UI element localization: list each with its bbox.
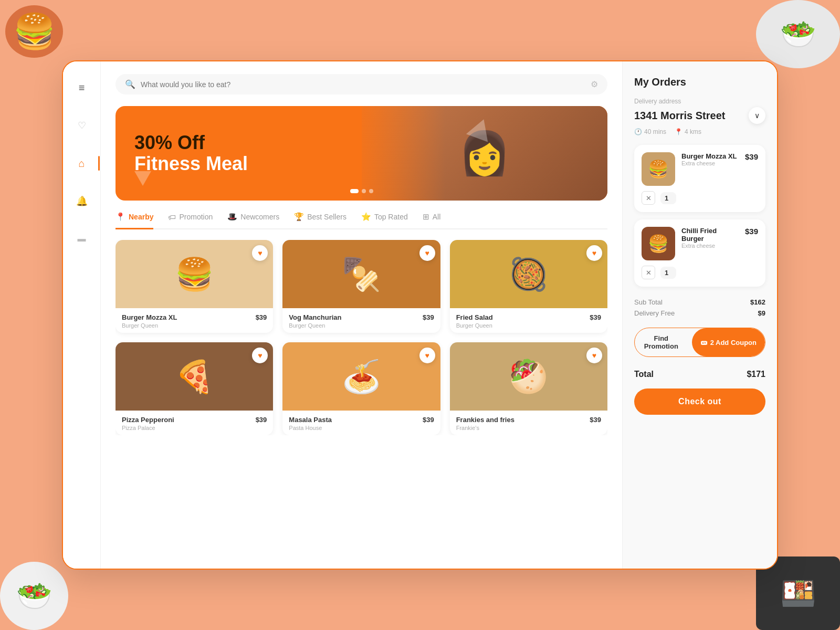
- order-item-info-2: Chilli Fried Burger Extra cheese: [681, 227, 739, 249]
- promotion-icon: 🏷: [168, 213, 176, 222]
- food-card-5[interactable]: 🍝 ♥ Masala Pasta $39 Pasta House: [282, 342, 440, 435]
- food-photo-2: 🍢: [282, 240, 440, 308]
- order-totals: Sub Total $162 Delivery Free $9: [634, 298, 765, 320]
- banner-dot-3[interactable]: [369, 189, 373, 193]
- banner-dots: [350, 189, 373, 193]
- food-photo-3: 🥘: [450, 240, 607, 308]
- order-item-price-1: $39: [745, 152, 758, 161]
- sidebar-item-menu[interactable]: ≡: [70, 76, 93, 99]
- promo-row: Find Promotion 🎟 2 Add Coupon: [634, 328, 765, 357]
- delivery-distance: 📍 4 kms: [675, 128, 701, 135]
- tab-newcomers[interactable]: 🎩 Newcomers: [227, 212, 279, 229]
- nearby-icon: 📍: [116, 212, 125, 222]
- subtotal-row: Sub Total $162: [634, 298, 765, 306]
- find-promotion-button[interactable]: Find Promotion: [635, 328, 688, 356]
- order-item-info-1: Burger Mozza XL Extra cheese: [681, 152, 739, 166]
- delivery-address: 1341 Morris Street ∨: [634, 107, 765, 124]
- order-item-price-2: $39: [745, 227, 758, 236]
- favorite-btn-6[interactable]: ♥: [586, 348, 602, 363]
- orders-panel: My Orders Delivery address 1341 Morris S…: [622, 61, 777, 569]
- qty-selector-2[interactable]: 1 2 3: [660, 267, 676, 279]
- food-card-1[interactable]: 🍔 ♥ Burger Mozza XL $39 Burger Queen: [116, 240, 273, 333]
- qty-remove-1[interactable]: ✕: [642, 191, 655, 205]
- delivery-label: Delivery address: [634, 98, 765, 105]
- food-image-3: 🥘 ♥: [450, 240, 607, 308]
- tab-top-rated[interactable]: ⭐ Top Rated: [361, 212, 408, 229]
- food-info-4: Pizza Pepperoni $39 Pizza Palace: [116, 411, 273, 435]
- coupon-icon: 🎟: [700, 339, 707, 346]
- food-info-5: Masala Pasta $39 Pasta House: [282, 411, 440, 435]
- banner-discount: 30% OffFitness Meal: [134, 132, 248, 174]
- newcomers-icon: 🎩: [227, 212, 237, 222]
- order-item-2: 🍔 Chilli Fried Burger Extra cheese $39 ✕…: [634, 219, 765, 287]
- order-item-qty-1: ✕ 1 2 3: [642, 191, 758, 205]
- category-tabs: 📍 Nearby 🏷 Promotion 🎩 Newcomers 🏆 Best …: [116, 212, 607, 229]
- sidebar: ≡ ♡ ⌂ 🔔 ▬: [63, 61, 101, 569]
- food-info-2: Vog Manchurian $39 Burger Queen: [282, 308, 440, 333]
- food-card-4[interactable]: 🍕 ♥ Pizza Pepperoni $39 Pizza Palace: [116, 342, 273, 435]
- checkout-button[interactable]: Check out: [634, 388, 765, 415]
- order-item-image-2: 🍔: [642, 227, 675, 260]
- top-rated-icon: ⭐: [361, 212, 371, 222]
- total-row-final: Total $171: [634, 370, 765, 379]
- food-photo-4: 🍕: [116, 342, 273, 411]
- tab-promotion[interactable]: 🏷 Promotion: [168, 212, 213, 229]
- app-card: ≡ ♡ ⌂ 🔔 ▬ 🔍 ⚙ 30% OffFitness Meal 👩: [62, 60, 778, 570]
- address-dropdown-btn[interactable]: ∨: [749, 107, 765, 124]
- delivery-time: 🕐 40 mins: [634, 128, 666, 135]
- food-image-4: 🍕 ♥: [116, 342, 273, 411]
- main-content: 🔍 ⚙ 30% OffFitness Meal 👩 📍 Nearby: [101, 61, 622, 569]
- food-grid: 🍔 ♥ Burger Mozza XL $39 Burger Queen 🍢 ♥: [116, 240, 607, 435]
- best-sellers-icon: 🏆: [294, 212, 304, 222]
- search-bar: 🔍 ⚙: [116, 74, 607, 94]
- tab-nearby[interactable]: 📍 Nearby: [116, 212, 153, 229]
- food-card-2[interactable]: 🍢 ♥ Vog Manchurian $39 Burger Queen: [282, 240, 440, 333]
- banner-triangle-2: [134, 171, 151, 186]
- location-icon: 📍: [675, 128, 682, 135]
- sidebar-item-orders[interactable]: 🔔: [70, 190, 93, 213]
- deco-salad-bottom: 🥗: [0, 562, 68, 630]
- food-photo-6: 🥙: [450, 342, 607, 411]
- banner-dot-1[interactable]: [350, 189, 359, 193]
- food-info-1: Burger Mozza XL $39 Burger Queen: [116, 308, 273, 333]
- food-photo-1: 🍔: [116, 240, 273, 308]
- address-text: 1341 Morris Street: [634, 110, 725, 122]
- qty-selector-1[interactable]: 1 2 3: [660, 192, 676, 204]
- food-image-2: 🍢 ♥: [282, 240, 440, 308]
- search-icon: 🔍: [125, 79, 135, 89]
- delivery-meta: 🕐 40 mins 📍 4 kms: [634, 128, 765, 135]
- order-item-image-1: 🍔: [642, 152, 675, 186]
- favorite-btn-3[interactable]: ♥: [586, 245, 602, 261]
- orders-title: My Orders: [634, 76, 765, 88]
- food-image-6: 🥙 ♥: [450, 342, 607, 411]
- food-info-6: Frankies and fries $39 Frankie's: [450, 411, 607, 435]
- food-card-3[interactable]: 🥘 ♥ Fried Salad $39 Burger Queen: [450, 240, 607, 333]
- qty-remove-2[interactable]: ✕: [642, 266, 655, 279]
- order-item-top-1: 🍔 Burger Mozza XL Extra cheese $39: [642, 152, 758, 186]
- favorite-btn-2[interactable]: ♥: [419, 245, 435, 261]
- food-image-1: 🍔 ♥: [116, 240, 273, 308]
- order-item-1: 🍔 Burger Mozza XL Extra cheese $39 ✕ 1 2…: [634, 145, 765, 212]
- order-item-photo-1: 🍔: [642, 152, 675, 186]
- food-image-5: 🍝 ♥: [282, 342, 440, 411]
- order-item-top-2: 🍔 Chilli Fried Burger Extra cheese $39: [642, 227, 758, 260]
- search-input[interactable]: [141, 80, 585, 89]
- tab-all[interactable]: ⊞ All: [423, 212, 441, 229]
- order-item-photo-2: 🍔: [642, 227, 675, 260]
- deco-burger: 🍔: [5, 5, 63, 58]
- food-card-6[interactable]: 🥙 ♥ Frankies and fries $39 Frankie's: [450, 342, 607, 435]
- sidebar-item-home[interactable]: ⌂: [70, 152, 93, 175]
- sidebar-item-wallet[interactable]: ▬: [70, 227, 93, 250]
- filter-icon[interactable]: ⚙: [591, 79, 598, 89]
- sidebar-item-favorites[interactable]: ♡: [70, 114, 93, 137]
- favorite-btn-5[interactable]: ♥: [419, 348, 435, 363]
- promotional-banner: 30% OffFitness Meal 👩: [116, 106, 607, 201]
- clock-icon: 🕐: [634, 128, 642, 135]
- add-coupon-button[interactable]: 🎟 2 Add Coupon: [692, 328, 765, 356]
- banner-dot-2[interactable]: [362, 189, 366, 193]
- food-photo-5: 🍝: [282, 342, 440, 411]
- tab-best-sellers[interactable]: 🏆 Best Sellers: [294, 212, 346, 229]
- delivery-fee-row: Delivery Free $9: [634, 309, 765, 317]
- food-info-3: Fried Salad $39 Burger Queen: [450, 308, 607, 333]
- all-icon: ⊞: [423, 212, 429, 222]
